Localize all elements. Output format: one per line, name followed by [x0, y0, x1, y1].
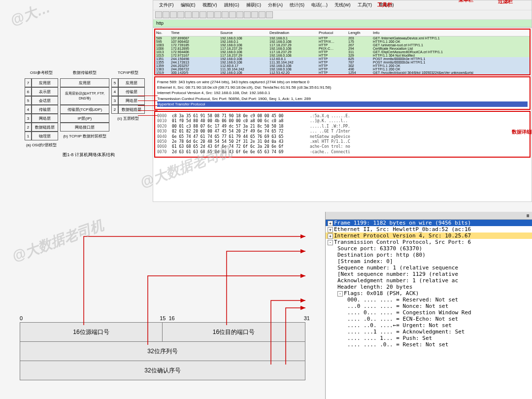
toolbar-icon[interactable]: [155, 11, 162, 18]
expand-icon[interactable]: +: [328, 227, 333, 233]
filter-bar[interactable]: http: [153, 20, 532, 28]
packet-cell: 192.168.0.108: [219, 36, 268, 40]
menu-tel[interactable]: 电话(…): [308, 1, 331, 9]
tcp-field[interactable]: Acknowledgment number: 1 (relative ac: [326, 277, 532, 284]
hex-row[interactable]: 003002 01 82 20 00 00 47 45 54 20 2f 49 …: [157, 129, 528, 134]
scroll-thumb-icon[interactable]: ▥: [527, 213, 529, 218]
hex-row[interactable]: 00502e 78 6d 6c 20 48 54 54 50 2f 31 2e …: [157, 139, 528, 144]
col-proto[interactable]: Protocol: [318, 30, 347, 35]
toolbar-icon[interactable]: [251, 11, 258, 18]
toolbar-icon[interactable]: [200, 11, 206, 18]
toolbar-icon[interactable]: [236, 11, 243, 18]
packet-row[interactable]: 1519300.1420/5192.168.0.108112.53.42.20H…: [155, 71, 530, 74]
toolbar-icon[interactable]: [177, 11, 184, 18]
packet-row[interactable]: 1013172.904406192.168.0.108117.18.237.29…: [155, 50, 530, 54]
tcp-field[interactable]: [Next sequence number: 1129 (relative: [326, 271, 532, 277]
tcp-field[interactable]: Source port: 63370 (63370): [326, 245, 532, 252]
toolbar-icon[interactable]: [170, 11, 177, 18]
tree-flags[interactable]: -Flags: 0x018 (PSH, ACK): [326, 290, 532, 297]
tcp-field[interactable]: Header length: 20 bytes: [326, 284, 532, 290]
detail-line[interactable]: Ethernet II, Src: 08:71:90:18:0e:c9 (08:…: [157, 85, 528, 90]
menu-stat[interactable]: 统计(S): [287, 1, 307, 9]
tree-frame[interactable]: +Frame 1199: 1182 bytes on wire (9456 bi…: [326, 220, 532, 226]
toolbar-icon[interactable]: [259, 11, 266, 18]
tcp-flag[interactable]: .... .0.. .... = ECN-Echo: Not set: [326, 316, 532, 322]
col-source[interactable]: Source: [219, 30, 268, 35]
detail-line[interactable]: Transmission Control Protocol, Src Port:…: [157, 96, 528, 101]
tree-eth[interactable]: +Ethernet II, Src: HewlettP_0b:ad:52 (ac…: [326, 226, 532, 233]
tcp-flag[interactable]: ...0 .... .... = Nonce: Not set: [326, 303, 532, 309]
toolbar-icon[interactable]: [229, 11, 236, 18]
packet-cell: 244.172813: [170, 61, 219, 64]
menu-capture[interactable]: 捕获(C): [243, 1, 265, 9]
toolbar-icon[interactable]: [163, 11, 169, 18]
collapse-icon[interactable]: -: [328, 240, 333, 245]
collapse-icon[interactable]: -: [337, 291, 343, 297]
packet-cell: HTTP: [318, 61, 347, 64]
expand-icon[interactable]: +: [328, 221, 333, 226]
tcp-flag[interactable]: .... 0... .... = Congestion Window Red: [326, 309, 532, 316]
menu-edit[interactable]: 编辑(E): [178, 1, 199, 9]
tree-tcp[interactable]: -Transmission Control Protocol, Src Port…: [326, 239, 532, 245]
tcp-field[interactable]: [Stream index: 0]: [326, 258, 532, 265]
menu-tools[interactable]: 工具(T): [355, 1, 375, 9]
col-len[interactable]: Length: [347, 30, 372, 35]
hex-row[interactable]: 00702d 63 61 63 68 65 0d 0a 43 6f 6e 6e …: [157, 150, 528, 155]
packet-row[interactable]: 589107.899087192.168.0.108192.168.0.1HTT…: [155, 36, 530, 40]
packet-row[interactable]: 1006172.812895117.18.237.29192.168.0.108…: [155, 47, 530, 50]
col-info[interactable]: Info: [372, 30, 530, 35]
h-scrollbar[interactable]: ▥: [326, 212, 532, 220]
hex-row[interactable]: 00406e 65 74 47 61 74 65 77 61 79 44 65 …: [157, 134, 528, 139]
menu-view[interactable]: 视图(V): [200, 1, 220, 9]
col-time[interactable]: Time: [170, 30, 219, 35]
menu-file[interactable]: 文件(F): [156, 1, 177, 9]
tcp-row-ack: 32位确认序号: [20, 361, 305, 380]
packet-row[interactable]: 1003172.739185192.168.0.108117.18.237.29…: [155, 43, 530, 47]
detail-line[interactable]: Hypertext Transfer Protocol: [157, 101, 528, 107]
toolbar-icon[interactable]: [214, 11, 221, 18]
col-dest[interactable]: Destination: [268, 30, 318, 35]
menu-analyze[interactable]: 分析(A): [265, 1, 286, 9]
hex-row[interactable]: 0000c8 3a 35 61 91 58 08 71 90 18 0e c9 …: [157, 114, 528, 119]
tcp-flag[interactable]: .... ..0. ....←= Urgent: Not set: [326, 322, 532, 329]
layer-box: 网络层: [32, 114, 58, 123]
tcp-flag[interactable]: .... .... 1... = Push: Set: [326, 335, 532, 341]
toolbar-icon[interactable]: [207, 11, 214, 18]
detail-line[interactable]: Internet Protocol Version 4, Src: 192.16…: [157, 90, 528, 96]
tcp-field[interactable]: Sequence number: 1 (relative sequence: [326, 265, 532, 271]
hex-row[interactable]: 001001 f0 5d 80 40 00 4b 06 00 00 c0 a8 …: [157, 119, 528, 124]
packet-cell: 107.906402: [170, 40, 219, 43]
toolbar: [153, 10, 532, 20]
bottom-section: 0 15 16 31 16位源端口号 16位目的端口号 32位序列号 32位确认…: [0, 212, 532, 399]
packet-row[interactable]: 1363244.206722111.30.164.242192.168.0.10…: [155, 67, 530, 71]
packet-row[interactable]: 1015172.973167117.18.237.29192.168.0.108…: [155, 54, 530, 57]
detail-line[interactable]: Frame 589: 343 bytes on wire (2744 bits)…: [157, 79, 528, 85]
tcp-field[interactable]: Destination port: http (80): [326, 252, 532, 258]
toolbar-icon[interactable]: [244, 11, 251, 18]
packet-row[interactable]: 1355244.172813192.168.0.108111.30.164.24…: [155, 61, 530, 64]
toolbar-icon[interactable]: [222, 11, 229, 18]
hex-row[interactable]: 006061 63 68 65 2d 43 6f 6e 74 72 6f 6c …: [157, 144, 528, 149]
tcp-flag[interactable]: .... ...1 .... = Acknowledgment: Set: [326, 329, 532, 335]
layer-num: 5: [111, 78, 118, 87]
layer-num: 4: [111, 87, 118, 96]
diag-box: IP层(IP): [60, 114, 109, 123]
toolbar-icon[interactable]: [266, 11, 273, 18]
packet-row[interactable]: 595107.906402192.168.0.1192.168.0.108HTT…: [155, 40, 530, 43]
packet-cell: HTTP/1.1 200 OK: [372, 64, 530, 67]
toolbar-icon[interactable]: [185, 11, 192, 18]
tree-ip[interactable]: +Internet Protocol Version 4, Src: 10.25…: [326, 233, 532, 239]
packet-row[interactable]: 1359244.203257112.60.8.17192.168.0.108HT…: [155, 64, 530, 67]
menubar: 文件(F) 编辑(E) 视图(V) 跳转(G) 捕获(C) 分析(A) 统计(S…: [153, 0, 532, 10]
expand-icon[interactable]: +: [328, 233, 333, 239]
packet-cell: 1363: [155, 67, 170, 71]
packet-cell: 244.206722: [170, 67, 219, 71]
tcp-flag[interactable]: .... .... .0.. = Reset: Not set: [326, 341, 532, 348]
hex-row[interactable]: 002000 01 c3 88 07 6c 17 49 dc 57 3a 21 …: [157, 124, 528, 129]
toolbar-icon[interactable]: [192, 11, 199, 18]
packet-row[interactable]: 1351244.150498192.168.0.108112.60.8.1HTT…: [155, 57, 530, 61]
menu-go[interactable]: 跳转(G): [221, 1, 242, 9]
menu-wireless[interactable]: 无线(W): [332, 1, 354, 9]
tcp-flag[interactable]: 000. .... .... = Reserved: Not set: [326, 297, 532, 303]
col-no[interactable]: No.: [155, 30, 170, 35]
